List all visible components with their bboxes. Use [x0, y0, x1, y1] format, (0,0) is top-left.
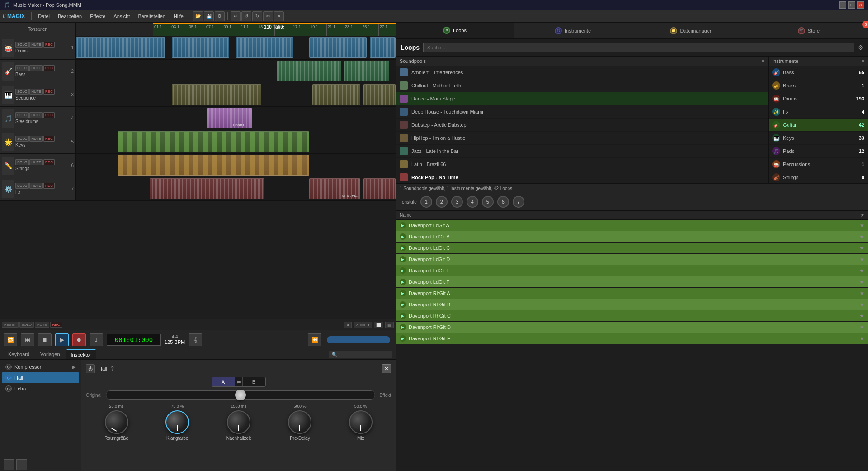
loop-star-rhgit-b[interactable]: ★	[859, 301, 864, 308]
loop-item-ldgit-a[interactable]: ▶ Davenport LdGit A ★	[396, 220, 868, 231]
instr-pads[interactable]: 🎵 Pads 12	[769, 145, 868, 158]
bass-track-content[interactable]	[76, 60, 396, 83]
seq-rec-btn[interactable]: REC	[43, 89, 55, 95]
tab-store[interactable]: 🛒 Store 3	[750, 23, 868, 38]
strings-solo-btn[interactable]: SOLO	[15, 159, 29, 165]
pitch-btn[interactable]: 𝄞	[189, 333, 202, 346]
position-slider[interactable]	[327, 336, 390, 343]
minimize-button[interactable]: ─	[839, 1, 846, 9]
drums-clip-4[interactable]	[309, 37, 367, 58]
steel-rec-btn[interactable]: REC	[43, 112, 55, 118]
keys-solo-btn[interactable]: SOLO	[15, 136, 29, 142]
hute-all-btn[interactable]: HUTE	[35, 322, 49, 328]
instruments-filter-icon[interactable]: ≡	[862, 58, 864, 64]
fx-clip-3[interactable]	[363, 178, 396, 199]
menu-datei[interactable]: Datei	[34, 13, 53, 20]
rewind-btn[interactable]: ⏮	[21, 333, 34, 346]
toolbar-undo[interactable]: ↺	[241, 11, 251, 21]
soundpool-hiphop[interactable]: HipHop - I'm on a Hustle	[396, 132, 768, 145]
drums-clip-5[interactable]	[370, 37, 396, 58]
loop-star-ldgit-e[interactable]: ★	[859, 267, 864, 274]
menu-bereitstellen[interactable]: Bereitstellen	[134, 13, 169, 20]
loop-item-rhgit-b[interactable]: ▶ Davenport RhGit B ★	[396, 299, 868, 310]
effect-hall[interactable]: ⏻ Hall	[2, 372, 79, 383]
loop-star-ldgit-c[interactable]: ★	[859, 245, 864, 251]
steel-hute-btn[interactable]: HUTE	[29, 112, 43, 118]
loop-item-rhgit-c[interactable]: ▶ Davenport RhGit C ★	[396, 310, 868, 322]
loop-item-ldgit-b[interactable]: ▶ Davenport LdGit B ★	[396, 231, 868, 243]
drums-hute-btn[interactable]: HUTE	[29, 42, 43, 48]
soundpool-latin[interactable]: Latin - Brazil 66	[396, 158, 768, 171]
arrow-left-btn[interactable]: ◀	[344, 322, 352, 328]
maximize-button[interactable]: □	[848, 1, 855, 9]
tonstufe-btn-6[interactable]: 6	[497, 196, 509, 208]
effect-echo[interactable]: ⏻ Echo	[2, 383, 79, 394]
bass-rec-btn[interactable]: REC	[43, 65, 55, 71]
tonstufe-btn-5[interactable]: 5	[482, 196, 494, 208]
menu-effekte[interactable]: Effekte	[86, 13, 109, 20]
loop-item-rhgit-a[interactable]: ▶ Davenport RhGit A ★	[396, 288, 868, 299]
loops-settings-icon[interactable]: ⚙	[858, 44, 863, 51]
tab-vorlagen[interactable]: Vorlagen	[36, 350, 64, 359]
tab-inspektor[interactable]: Inspektor	[66, 349, 96, 359]
steel-clip-1[interactable]: Chart Hi...	[207, 108, 252, 128]
tonstufe-btn-1[interactable]: 1	[420, 196, 432, 208]
loop-play-rhgit-a[interactable]: ▶	[400, 290, 406, 296]
fx-track-content[interactable]: Chart Hi...	[76, 177, 396, 200]
loop-play-rhgit-c[interactable]: ▶	[400, 313, 406, 319]
grid-btn[interactable]: ▦	[385, 322, 394, 328]
metro-btn[interactable]: ♩	[90, 333, 103, 346]
zoom-label[interactable]: Zoom ▾	[354, 322, 372, 328]
loop-item-rhgit-d[interactable]: ▶ Davenport RhGit D ★	[396, 322, 868, 333]
keys-rec-btn[interactable]: REC	[43, 136, 55, 142]
menu-ansicht[interactable]: Ansicht	[110, 13, 133, 20]
tonstufe-btn-3[interactable]: 3	[451, 196, 463, 208]
seq-clip-1[interactable]	[172, 84, 261, 105]
drums-track-content[interactable]	[76, 36, 396, 59]
fx-clip-1[interactable]	[150, 178, 265, 199]
keys-track-content[interactable]	[76, 130, 396, 153]
loop-play-ldgit-b[interactable]: ▶	[400, 233, 406, 240]
loop-btn[interactable]: 🔁	[4, 333, 17, 346]
hall-close-btn[interactable]: ✕	[382, 364, 391, 373]
seq-clip-3[interactable]	[363, 84, 396, 105]
toolbar-cut[interactable]: ✂	[263, 11, 273, 21]
toolbar-undo-arrow[interactable]: ↩	[231, 11, 241, 21]
lower-search-input[interactable]	[329, 351, 392, 358]
rec-all-btn[interactable]: REC	[50, 322, 62, 328]
soundpool-dance[interactable]: Dance - Main Stage	[396, 92, 768, 105]
soundpool-chillout[interactable]: Chillout - Mother Earth	[396, 79, 768, 92]
prev-marker-btn[interactable]: ⏪	[308, 333, 321, 346]
loop-play-ldgit-f[interactable]: ▶	[400, 279, 406, 285]
drums-clip-3[interactable]	[236, 37, 293, 58]
record-btn[interactable]: ⏺	[72, 333, 86, 346]
steel-solo-btn[interactable]: SOLO	[15, 112, 29, 118]
loop-play-ldgit-a[interactable]: ▶	[400, 222, 406, 228]
loop-play-ldgit-c[interactable]: ▶	[400, 245, 406, 251]
keys-hute-btn[interactable]: HUTE	[29, 136, 43, 142]
remove-effect-btn[interactable]: −	[16, 459, 27, 470]
mix-knob[interactable]	[349, 410, 373, 434]
predelay-knob[interactable]	[288, 410, 311, 434]
tab-keyboard[interactable]: Keyboard	[4, 350, 34, 359]
loop-item-ldgit-d[interactable]: ▶ Davenport LdGit D ★	[396, 254, 868, 265]
loop-item-rhgit-e[interactable]: ▶ Davenport RhGit E ★	[396, 333, 868, 344]
strings-clip-1[interactable]	[118, 155, 309, 176]
menu-hilfe[interactable]: Hilfe	[170, 13, 187, 20]
bass-solo-btn[interactable]: SOLO	[15, 65, 29, 71]
keys-clip-1[interactable]	[118, 131, 309, 152]
hall-help-icon[interactable]: ?	[111, 366, 114, 372]
tonstufe-btn-2[interactable]: 2	[436, 196, 448, 208]
instr-drums[interactable]: 🥁 Drums 193	[769, 92, 868, 105]
instr-guitar[interactable]: 🎸 Guitar 42	[769, 119, 868, 132]
instr-strings[interactable]: 🎻 Strings 9	[769, 171, 868, 183]
fx-rec-btn[interactable]: REC	[43, 183, 55, 189]
drums-clip-2[interactable]	[172, 37, 229, 58]
soundpool-jazz[interactable]: Jazz - Late in the Bar	[396, 145, 768, 158]
toolbar-save[interactable]: 💾	[204, 11, 214, 21]
soundpool-dubstep[interactable]: Dubstep - Arctic Dubstep	[396, 119, 768, 132]
instr-fx[interactable]: ✨ Fx 4	[769, 105, 868, 119]
ab-b-btn[interactable]: B	[243, 377, 265, 386]
tab-loops[interactable]: ♬ Loops	[396, 23, 514, 38]
loop-star-rhgit-c[interactable]: ★	[859, 313, 864, 319]
